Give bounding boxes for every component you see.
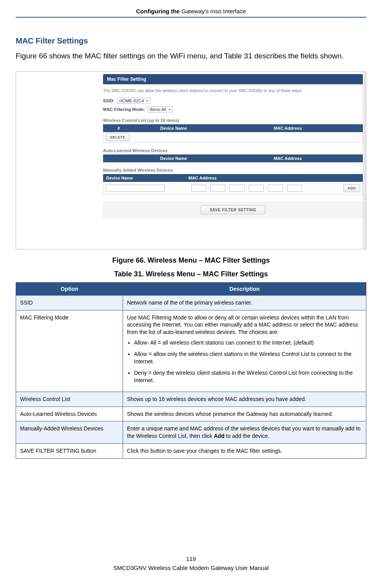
desc-save: Click this button to save your changes t… [123, 444, 366, 459]
mac-colon-5-icon: : [284, 186, 286, 191]
mac-filter-panel: Mac Filter Setting The SMC-D3GNV can all… [103, 74, 363, 218]
auto-col-name: Device Name [134, 156, 213, 161]
add-button[interactable]: ADD [343, 184, 360, 192]
opt-ssid: SSID [16, 295, 123, 310]
page-footer: 119 SMCD3GNV Wireless Cable Modem Gatewa… [0, 555, 382, 572]
ssid-label: SSID: [103, 98, 114, 103]
desc-mode-intro: Use MAC Filtering Mode to allow or deny … [127, 314, 358, 336]
manual-col-mac: MAC Address [185, 174, 363, 182]
desc-mode-list: Allow- All = all wireless client station… [127, 339, 362, 384]
table-row: Manually-Added Wireless Devices Enter a … [16, 421, 366, 444]
mode-select[interactable]: Allow-All [148, 106, 173, 113]
screenshot-figure: Mac Filter Setting The SMC-D3GNV can all… [16, 71, 366, 249]
mac-oct-3-input[interactable] [230, 185, 244, 192]
figure-caption: Figure 66. Wireless Menu – MAC Filter Se… [16, 256, 366, 265]
table-caption: Table 31. Wireless Menu – MAC Filter Set… [16, 270, 366, 278]
list-item: Deny = deny the wireless client stations… [134, 369, 362, 384]
opt-save: SAVE FILTER SETTING button [16, 444, 123, 459]
desc-mode: Use MAC Filtering Mode to allow or deny … [123, 310, 366, 392]
mac-oct-6-input[interactable] [287, 185, 302, 192]
table-row: Auto-Learned Wireless Devices Shows the … [16, 407, 366, 421]
wcl-col-idx: # [103, 126, 134, 131]
header-rule [16, 17, 366, 18]
table-row: SSID Network name of the of the primary … [16, 295, 366, 310]
mac-oct-2-input[interactable] [210, 185, 225, 192]
save-row: SAVE FILTER SETTING [103, 202, 363, 218]
manual-heading: Manually-Added Wireless Devices [103, 168, 363, 172]
desc-manual: Enter a unique name and MAC address of t… [123, 421, 366, 444]
mode-row: MAC Filtering Mode: Allow-All [103, 106, 363, 113]
table-row: MAC Filtering Mode Use MAC Filtering Mod… [16, 310, 366, 392]
mac-oct-4-input[interactable] [249, 185, 264, 192]
mac-colon-1-icon: : [208, 186, 209, 191]
mac-oct-1-input[interactable] [191, 185, 206, 192]
section-title: MAC Filter Settings [16, 36, 366, 45]
page-number: 119 [0, 555, 382, 564]
auto-col-spacer [103, 156, 134, 161]
panel-description: The SMC-D3GNV can allow the wireless cli… [103, 88, 363, 93]
th-description: Description [123, 282, 366, 295]
wcl-col-mac: MAC Address [213, 126, 363, 131]
mac-colon-4-icon: : [265, 186, 266, 191]
opt-auto: Auto-Learned Wireless Devices [16, 407, 123, 421]
list-item: Allow = allow only the wireless client s… [134, 350, 362, 365]
th-option: Option [16, 282, 123, 295]
wcl-delete-row: DELETE [103, 132, 363, 143]
table-row: Wireless Control List Shows up to 16 wir… [16, 392, 366, 407]
opt-manual: Manually-Added Wireless Devices [16, 421, 123, 444]
auto-heading: Auto-Learned Wireless Devices [103, 148, 363, 153]
desc-wcl: Shows up to 16 wireless devices whose MA… [123, 392, 366, 407]
delete-button[interactable]: DELETE [106, 133, 130, 141]
mode-label: MAC Filtering Mode: [103, 107, 145, 112]
running-header: Configuring the Gateway's mso Interface [16, 8, 366, 15]
mac-colon-2-icon: : [227, 186, 228, 191]
table-row: SAVE FILTER SETTING button Click this bu… [16, 444, 366, 459]
device-name-input[interactable] [106, 185, 165, 192]
auto-header-row: Device Name MAC Address [103, 154, 363, 162]
header-suffix: Gateway's mso Interface [181, 8, 246, 15]
wcl-heading: Wireless Control List (up to 16 items) [103, 118, 363, 123]
screenshot-scrollbar [363, 72, 366, 249]
ssid-select[interactable]: HOME-02C4 [117, 98, 150, 104]
mac-oct-5-input[interactable] [268, 185, 283, 192]
list-item: Allow- All = all wireless client station… [134, 339, 362, 347]
manual-col-name: Device Name [103, 174, 185, 182]
auto-col-mac: MAC Address [213, 156, 363, 161]
manual-input-row: : : : : : ADD [103, 182, 363, 195]
wcl-header-row: # Device Name MAC Address [103, 124, 363, 132]
save-filter-button[interactable]: SAVE FILTER SETTING [201, 205, 265, 214]
opt-mode: MAC Filtering Mode [16, 310, 123, 392]
product-name: SMCD3GNV Wireless Cable Modem Gateway Us… [0, 564, 382, 573]
wcl-col-name: Device Name [134, 126, 213, 131]
description-table: Option Description SSID Network name of … [16, 282, 366, 459]
screenshot-left-gutter [16, 72, 103, 249]
panel-title: Mac Filter Setting [103, 74, 363, 84]
intro-paragraph: Figure 66 shows the MAC filter settings … [16, 51, 366, 61]
mac-colon-3-icon: : [246, 186, 247, 191]
header-prefix: Configuring the [136, 8, 181, 15]
desc-auto: Shows the wireless devices whose presenc… [123, 407, 366, 421]
opt-wcl: Wireless Control List [16, 392, 123, 407]
manual-header-row: Device Name MAC Address [103, 174, 363, 182]
desc-ssid: Network name of the of the primary wirel… [123, 295, 366, 310]
ssid-row: SSID: HOME-02C4 [103, 98, 363, 104]
